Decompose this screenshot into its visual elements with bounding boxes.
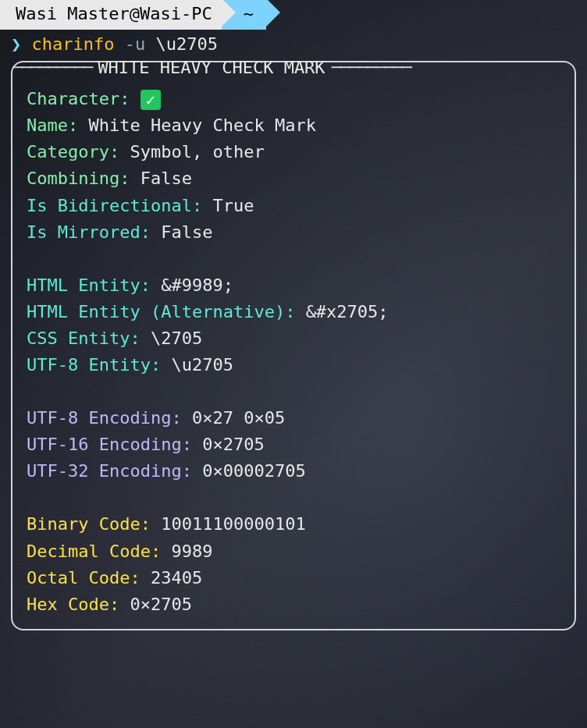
label-hex: Hex Code: [27,595,119,614]
command-argument: \u2705 [155,34,217,54]
row-html-entity-alt: HTML Entity (Alternative): &#x2705; [27,299,560,325]
row-name: Name: White Heavy Check Mark [27,112,560,139]
label-utf32-encoding: UTF-32 Encoding: [27,461,192,481]
row-bidirectional: Is Bidirectional: True [27,193,560,219]
value-binary: 10011100000101 [161,514,305,534]
row-utf8-encoding: UTF-8 Encoding: 0×27 0×05 [27,405,560,431]
label-category: Category: [27,142,119,162]
label-utf8-entity: UTF-8 Entity: [27,355,161,375]
value-html-entity: &#9989; [161,275,233,295]
panel-title: WHITE HEAVY CHECK MARK [91,55,331,81]
value-mirrored: False [161,222,212,242]
value-utf32-encoding: 0×00002705 [202,461,305,481]
value-hex: 0×2705 [130,595,191,614]
check-mark-icon: ✓ [141,90,161,110]
output-panel: ───────── WHITE HEAVY CHECK MARK ───────… [11,61,576,630]
row-utf32-encoding: UTF-32 Encoding: 0×00002705 [27,458,560,485]
value-utf8-entity: \u2705 [171,355,233,375]
panel-title-row: ───────── WHITE HEAVY CHECK MARK ───────… [12,55,575,81]
label-html-entity-alt: HTML Entity (Alternative): [27,302,295,321]
label-binary: Binary Code: [27,514,151,534]
label-combining: Combining: [27,169,130,188]
terminal-window: Wasi Master@Wasi-PC ~ ❯ charinfo -u \u27… [0,0,587,630]
row-mirrored: Is Mirrored: False [27,219,560,246]
label-decimal: Decimal Code: [27,542,161,561]
label-html-entity: HTML Entity: [27,275,151,295]
row-combining: Combining: False [27,165,560,192]
label-utf8-encoding: UTF-8 Encoding: [27,408,182,428]
row-utf16-encoding: UTF-16 Encoding: 0×2705 [27,431,560,458]
label-character: Character: [27,89,130,108]
row-utf8-entity: UTF-8 Entity: \u2705 [27,352,560,378]
value-css-entity: \2705 [151,328,202,348]
label-css-entity: CSS Entity: [27,328,141,348]
row-category: Category: Symbol, other [27,139,560,165]
row-html-entity: HTML Entity: &#9989; [27,272,560,299]
row-character: Character: ✓ [27,86,560,112]
value-bidirectional: True [212,196,254,215]
row-binary: Binary Code: 10011100000101 [27,511,560,538]
label-octal: Octal Code: [27,568,141,588]
value-category: Symbol, other [130,142,264,162]
shell-prompt: Wasi Master@Wasi-PC ~ [0,0,587,28]
row-decimal: Decimal Code: 9989 [27,538,560,565]
value-html-entity-alt: &#x2705; [306,302,389,321]
label-bidirectional: Is Bidirectional: [27,196,202,215]
value-combining: False [141,169,192,188]
row-css-entity: CSS Entity: \2705 [27,325,560,352]
row-octal: Octal Code: 23405 [27,565,560,591]
value-name: White Heavy Check Mark [88,115,315,135]
label-utf16-encoding: UTF-16 Encoding: [27,435,192,454]
prompt-user-host: Wasi Master@Wasi-PC [0,0,222,30]
label-mirrored: Is Mirrored: [27,222,151,242]
label-name: Name: [27,115,78,135]
value-decimal: 9989 [171,542,212,561]
row-hex: Hex Code: 0×2705 [27,591,560,618]
value-utf8-encoding: 0×27 0×05 [192,408,285,428]
prompt-symbol: ❯ [11,34,21,54]
command-name: charinfo [32,34,115,54]
value-utf16-encoding: 0×2705 [202,435,264,454]
value-octal: 23405 [151,568,202,588]
command-flag: -u [125,34,146,54]
